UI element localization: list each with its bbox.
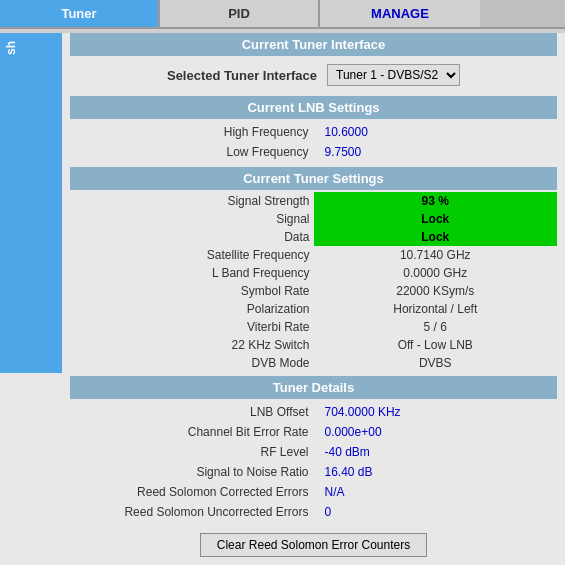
low-freq-label: Low Frequency <box>72 143 313 161</box>
dvb-mode-value: DVBS <box>314 354 558 372</box>
l-band-freq-row: L Band Frequency 0.0000 GHz <box>70 264 557 282</box>
side-panel: sh <box>0 33 62 373</box>
tuner-select[interactable]: Tuner 1 - DVBS/S2Tuner 2 - DVBS/S2 <box>327 64 460 86</box>
tab-tuner[interactable]: Tuner <box>0 0 160 27</box>
selected-tuner-label: Selected Tuner Interface <box>167 68 317 83</box>
clear-reed-solomon-label: Clear Reed Solomon Error Counters <box>217 538 410 552</box>
current-tuner-interface-header: Current Tuner Interface <box>70 33 557 56</box>
signal-value: Lock <box>314 210 558 228</box>
side-panel-text: sh <box>0 33 22 63</box>
tuner-details-header: Tuner Details <box>70 376 557 399</box>
signal-to-noise-ratio-label: Signal to Noise Ratio <box>72 463 313 481</box>
symbol-rate-value: 22000 KSym/s <box>314 282 558 300</box>
main-content: Current Tuner Interface Selected Tuner I… <box>70 33 557 557</box>
satellite-freq-row: Satellite Frequency 10.7140 GHz <box>70 246 557 264</box>
selected-tuner-row: Selected Tuner Interface Tuner 1 - DVBS/… <box>70 58 557 92</box>
signal-strength-row: Signal Strength 93 % <box>70 192 557 210</box>
satellite-freq-label: Satellite Frequency <box>70 246 314 264</box>
viterbi-rate-value: 5 / 6 <box>314 318 558 336</box>
reed-solomon-uncorrected-row: Reed Solomon Uncorrected Errors 0 <box>72 503 555 521</box>
rf-level-label: RF Level <box>72 443 313 461</box>
reed-solomon-corrected-value: N/A <box>315 483 556 501</box>
rf-level-row: RF Level -40 dBm <box>72 443 555 461</box>
dvb-mode-row: DVB Mode DVBS <box>70 354 557 372</box>
22khz-switch-label: 22 KHz Switch <box>70 336 314 354</box>
current-tuner-settings-header: Current Tuner Settings <box>70 167 557 190</box>
signal-to-noise-ratio-value: 16.40 dB <box>315 463 556 481</box>
tab-bar: Tuner PID MANAGE <box>0 0 565 29</box>
lnb-offset-value: 704.0000 KHz <box>315 403 556 421</box>
reed-solomon-corrected-row: Reed Solomon Corrected Errors N/A <box>72 483 555 501</box>
symbol-rate-row: Symbol Rate 22000 KSym/s <box>70 282 557 300</box>
l-band-freq-value: 0.0000 GHz <box>314 264 558 282</box>
rf-level-value: -40 dBm <box>315 443 556 461</box>
22khz-switch-row: 22 KHz Switch Off - Low LNB <box>70 336 557 354</box>
viterbi-rate-label: Viterbi Rate <box>70 318 314 336</box>
reed-solomon-corrected-label: Reed Solomon Corrected Errors <box>72 483 313 501</box>
lnb-offset-row: LNB Offset 704.0000 KHz <box>72 403 555 421</box>
viterbi-rate-row: Viterbi Rate 5 / 6 <box>70 318 557 336</box>
signal-strength-label: Signal Strength <box>70 192 314 210</box>
channel-bit-error-rate-value: 0.000e+00 <box>315 423 556 441</box>
channel-bit-error-rate-label: Channel Bit Error Rate <box>72 423 313 441</box>
tab-pid[interactable]: PID <box>160 0 320 27</box>
polarization-value: Horizontal / Left <box>314 300 558 318</box>
signal-label: Signal <box>70 210 314 228</box>
l-band-freq-label: L Band Frequency <box>70 264 314 282</box>
data-label: Data <box>70 228 314 246</box>
tuner-settings-table: Signal Strength 93 % Signal Lock Data Lo… <box>70 192 557 372</box>
tab-tuner-label: Tuner <box>61 6 96 21</box>
tab-manage[interactable]: MANAGE <box>320 0 480 27</box>
data-value: Lock <box>314 228 558 246</box>
lnb-row-high-freq: High Frequency 10.6000 <box>72 123 555 141</box>
high-freq-value: 10.6000 <box>315 123 556 141</box>
clear-reed-solomon-button[interactable]: Clear Reed Solomon Error Counters <box>200 533 427 557</box>
symbol-rate-label: Symbol Rate <box>70 282 314 300</box>
signal-to-noise-ratio-row: Signal to Noise Ratio 16.40 dB <box>72 463 555 481</box>
data-row: Data Lock <box>70 228 557 246</box>
signal-strength-value: 93 % <box>314 192 558 210</box>
lnb-offset-label: LNB Offset <box>72 403 313 421</box>
current-lnb-settings-header: Current LNB Settings <box>70 96 557 119</box>
channel-bit-error-rate-row: Channel Bit Error Rate 0.000e+00 <box>72 423 555 441</box>
reed-solomon-uncorrected-value: 0 <box>315 503 556 521</box>
22khz-switch-value: Off - Low LNB <box>314 336 558 354</box>
reed-solomon-uncorrected-label: Reed Solomon Uncorrected Errors <box>72 503 313 521</box>
high-freq-label: High Frequency <box>72 123 313 141</box>
content-area: sh Current Tuner Interface Selected Tune… <box>0 33 565 565</box>
polarization-label: Polarization <box>70 300 314 318</box>
low-freq-value: 9.7500 <box>315 143 556 161</box>
tuner-details-table: LNB Offset 704.0000 KHz Channel Bit Erro… <box>70 401 557 523</box>
lnb-table: High Frequency 10.6000 Low Frequency 9.7… <box>70 121 557 163</box>
polarization-row: Polarization Horizontal / Left <box>70 300 557 318</box>
tab-pid-label: PID <box>228 6 250 21</box>
tab-manage-label: MANAGE <box>371 6 429 21</box>
dvb-mode-label: DVB Mode <box>70 354 314 372</box>
signal-row: Signal Lock <box>70 210 557 228</box>
lnb-row-low-freq: Low Frequency 9.7500 <box>72 143 555 161</box>
satellite-freq-value: 10.7140 GHz <box>314 246 558 264</box>
